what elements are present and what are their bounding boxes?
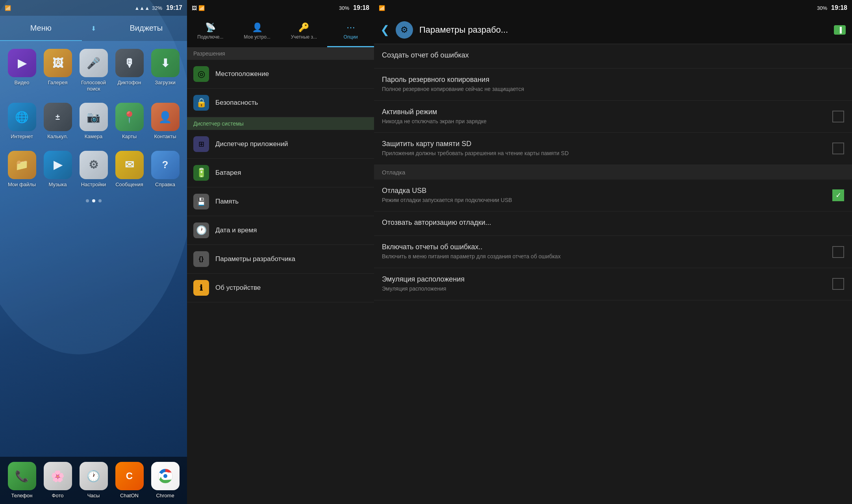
tab-mydevice[interactable]: 👤 Мое устро... bbox=[234, 16, 281, 47]
devopt-title: Параметры разрабо... bbox=[419, 25, 828, 35]
app-clock-icon: 🕐 bbox=[80, 462, 108, 490]
app-downloads[interactable]: ⬇ Загрузки bbox=[147, 49, 183, 92]
protect-sd-checkbox[interactable] bbox=[832, 143, 844, 154]
settings-security[interactable]: 🔒 Безопасность bbox=[187, 89, 374, 117]
back-button[interactable]: ❮ bbox=[380, 23, 389, 36]
app-camera-icon: 📷 bbox=[80, 103, 108, 131]
permissions-header-label: Разрешения bbox=[193, 50, 225, 57]
revoke-auth-texts: Отозвать авторизацию отладки... bbox=[382, 219, 844, 228]
app-camera[interactable]: 📷 Камера bbox=[76, 103, 111, 140]
devopt-item-revoke-auth[interactable]: Отозвать авторизацию отладки... bbox=[374, 211, 852, 236]
usb-debug-checkbox[interactable]: ✓ bbox=[832, 189, 844, 201]
app-myfiles[interactable]: 📁 Мои файлы bbox=[4, 151, 40, 188]
active-mode-checkbox[interactable] bbox=[832, 111, 844, 122]
app-maps-icon: 📍 bbox=[115, 103, 144, 131]
tab-accounts[interactable]: 🔑 Учетные з... bbox=[281, 16, 328, 47]
tab-options[interactable]: ⋯ Опции bbox=[327, 16, 374, 47]
app-music-icon: ▶ bbox=[44, 151, 72, 179]
emulate-location-title: Эмуляция расположения bbox=[382, 275, 832, 284]
app-music[interactable]: ▶ Музыка bbox=[40, 151, 76, 188]
appmanager-icon: ⊞ bbox=[193, 136, 209, 152]
home-status-bar: 📶 ▲▲▲ 32% 19:17 bbox=[0, 0, 187, 16]
appmanager-label: Диспетчер приложений bbox=[215, 140, 288, 148]
tab-options-label: Опции bbox=[344, 34, 358, 40]
home-dock: 📞 Телефон 🌸 Фото 🕐 Часы C ChatON bbox=[0, 457, 187, 504]
tab-menu-label: Меню bbox=[30, 24, 52, 33]
app-chrome[interactable]: Chrome bbox=[151, 462, 180, 499]
app-internet[interactable]: 🌐 Интернет bbox=[4, 103, 40, 140]
tab-menu[interactable]: Меню bbox=[0, 16, 82, 41]
app-photos[interactable]: 🌸 Фото bbox=[44, 462, 72, 499]
app-phone[interactable]: 📞 Телефон bbox=[8, 462, 36, 499]
protect-sd-subtitle: Приложения должны требовать разрешения н… bbox=[382, 150, 832, 158]
app-dictaphone[interactable]: 🎙 Диктофон bbox=[111, 49, 147, 92]
app-gallery[interactable]: 🖼 Галерея bbox=[40, 49, 76, 92]
tab-connect[interactable]: 📡 Подключе... bbox=[187, 16, 234, 47]
devopt-status-left: 📶 bbox=[379, 5, 385, 11]
app-settings[interactable]: ⚙ Настройки bbox=[76, 151, 111, 188]
app-messages[interactable]: ✉ Сообщения bbox=[111, 151, 147, 188]
settings-appmanager[interactable]: ⊞ Диспетчер приложений bbox=[187, 130, 374, 159]
tab-download-button[interactable]: ⬇ bbox=[82, 16, 106, 41]
settings-location[interactable]: ◎ Местоположение bbox=[187, 60, 374, 89]
devopt-status-bar: 📶 30% 19:18 bbox=[374, 0, 852, 16]
app-maps[interactable]: 📍 Карты bbox=[111, 103, 147, 140]
permissions-header: Разрешения bbox=[187, 47, 374, 60]
page-dots bbox=[0, 195, 187, 206]
devopt-header: ❮ ⚙ Параметры разрабо... ▐ bbox=[374, 16, 852, 44]
emulate-location-checkbox[interactable] bbox=[832, 278, 844, 290]
app-contacts-icon: 👤 bbox=[151, 103, 180, 131]
app-video[interactable]: ▶ Видео bbox=[4, 49, 40, 92]
devopt-item-enable-error-reports[interactable]: Включать отчеты об ошибках.. Включить в … bbox=[374, 236, 852, 268]
settings-gear-icon: ⚙ bbox=[396, 21, 413, 39]
app-help[interactable]: ? Справка bbox=[147, 151, 183, 188]
devopt-item-usb-debug[interactable]: Отладка USB Режим отладки запускается пр… bbox=[374, 180, 852, 212]
connect-icon: 📡 bbox=[205, 22, 216, 33]
devopt-battery-label: ▐ bbox=[838, 27, 842, 33]
mydevice-icon: 👤 bbox=[252, 22, 263, 33]
app-calc-label: Калькул. bbox=[47, 133, 68, 140]
settings-about[interactable]: ℹ Об устройстве bbox=[187, 274, 374, 302]
devopt-item-backup-password[interactable]: Пароль резервного копирования Полное рез… bbox=[374, 69, 852, 101]
datetime-icon: 🕐 bbox=[193, 222, 209, 238]
settings-tabs: 📡 Подключе... 👤 Мое устро... 🔑 Учетные з… bbox=[187, 16, 374, 47]
tab-widgets[interactable]: Виджеты bbox=[106, 16, 187, 41]
devopt-item-protect-sd[interactable]: Защитить карту памяти SD Приложения долж… bbox=[374, 133, 852, 165]
settings-battery[interactable]: 🔋 Батарея bbox=[187, 159, 374, 187]
svg-point-3 bbox=[163, 474, 167, 478]
active-mode-title: Активный режим bbox=[382, 108, 832, 116]
app-grid: ▶ Видео 🖼 Галерея 🎤 Голосовой поиск 🎙 Ди… bbox=[0, 41, 187, 195]
enable-error-reports-checkbox[interactable] bbox=[832, 246, 844, 258]
protect-sd-texts: Защитить карту памяти SD Приложения долж… bbox=[382, 140, 832, 158]
app-downloads-icon: ⬇ bbox=[151, 49, 180, 77]
settings-battery-percent: 30% bbox=[339, 5, 349, 11]
home-tabs: Меню ⬇ Виджеты bbox=[0, 16, 187, 41]
devopt-item-active-mode[interactable]: Активный режим Никогда не отключать экра… bbox=[374, 101, 852, 133]
tab-widgets-label: Виджеты bbox=[130, 24, 163, 33]
memory-label: Память bbox=[215, 198, 239, 206]
app-calc[interactable]: ± Калькул. bbox=[40, 103, 76, 140]
settings-datetime[interactable]: 🕐 Дата и время bbox=[187, 216, 374, 245]
security-label: Безопасность bbox=[215, 99, 258, 107]
app-clock[interactable]: 🕐 Часы bbox=[80, 462, 108, 499]
settings-status-left: 🖼 📶 bbox=[192, 5, 205, 11]
app-calc-icon: ± bbox=[44, 103, 72, 131]
backup-password-title: Пароль резервного копирования bbox=[382, 76, 844, 84]
app-chaton[interactable]: C ChatON bbox=[115, 462, 144, 499]
app-contacts[interactable]: 👤 Контакты bbox=[147, 103, 183, 140]
app-music-label: Музыка bbox=[49, 182, 67, 188]
devopt-item-emulate-location[interactable]: Эмуляция расположения Эмуляция расположе… bbox=[374, 268, 852, 300]
app-chaton-icon: C bbox=[115, 462, 144, 490]
app-camera-label: Камера bbox=[85, 133, 102, 140]
app-video-icon: ▶ bbox=[8, 49, 36, 77]
app-internet-label: Интернет bbox=[11, 133, 33, 140]
settings-devopt[interactable]: {} Параметры разработчика bbox=[187, 245, 374, 274]
enable-error-reports-subtitle: Включить в меню питания параметр для соз… bbox=[382, 253, 832, 261]
about-icon: ℹ bbox=[193, 280, 209, 296]
settings-memory[interactable]: 💾 Память bbox=[187, 187, 374, 216]
devopt-item-create-report[interactable]: Создать отчет об ошибках bbox=[374, 44, 852, 69]
emulate-location-subtitle: Эмуляция расположения bbox=[382, 285, 832, 293]
enable-error-reports-texts: Включать отчеты об ошибках.. Включить в … bbox=[382, 243, 832, 261]
app-voice[interactable]: 🎤 Голосовой поиск bbox=[76, 49, 111, 92]
location-icon: ◎ bbox=[193, 66, 209, 82]
